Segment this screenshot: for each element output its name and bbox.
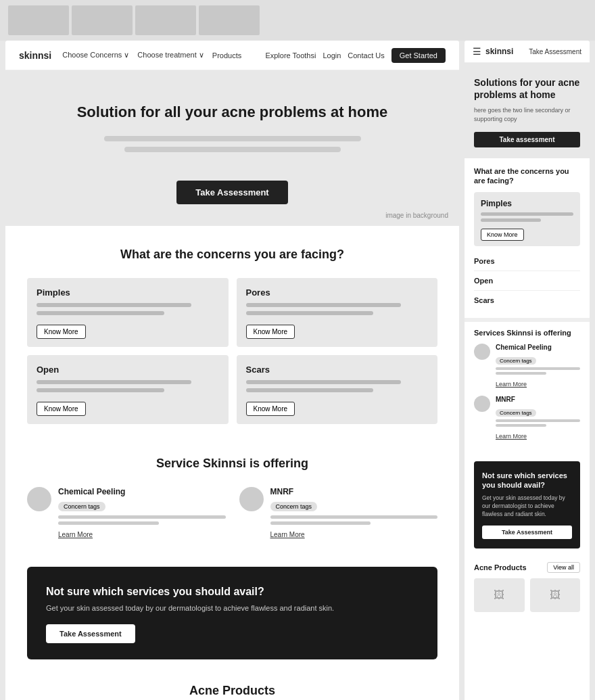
thumbnail-4[interactable] bbox=[199, 5, 260, 35]
concerns-section-title: What are the concerns you are facing? bbox=[27, 248, 437, 262]
thumbnail-1[interactable] bbox=[8, 5, 69, 35]
service-line-3 bbox=[270, 515, 438, 519]
thumbnail-3[interactable] bbox=[135, 5, 196, 35]
concern-line-7 bbox=[246, 380, 401, 384]
service-header-chemical: Chemical Peeling Concern tags Learn More bbox=[27, 487, 226, 540]
navbar-contact[interactable]: Contact Us bbox=[348, 51, 384, 60]
learn-more-chemical[interactable]: Learn More bbox=[58, 531, 93, 538]
concern-card-open: Open Know More bbox=[27, 355, 229, 424]
product-image-icon-1: 🖼 bbox=[494, 589, 504, 601]
hamburger-icon[interactable]: ☰ bbox=[473, 46, 481, 57]
hero-cta-button[interactable]: Take Assessment bbox=[176, 181, 287, 204]
navbar-right: Explore Toothsi Login Contact Us Get Sta… bbox=[265, 48, 446, 63]
mobile-product-grid: 🖼 🖼 bbox=[474, 578, 580, 612]
know-more-pimples[interactable]: Know More bbox=[37, 325, 86, 339]
navbar-item-products[interactable]: Products bbox=[212, 51, 241, 60]
service-avatar-mnrf bbox=[239, 487, 264, 511]
desktop-panel: skinnsi Choose Concerns ∨ Choose treatme… bbox=[5, 41, 459, 700]
navbar: skinnsi Choose Concerns ∨ Choose treatme… bbox=[5, 41, 459, 70]
mobile-concern-open[interactable]: Open bbox=[474, 271, 580, 291]
know-more-pores[interactable]: Know More bbox=[246, 325, 295, 339]
service-line-4 bbox=[270, 521, 371, 525]
concerns-grid: Pimples Know More Pores Know More Open K… bbox=[27, 278, 437, 424]
concern-line-6 bbox=[37, 388, 164, 392]
navbar-item-treatment[interactable]: Choose treatment ∨ bbox=[137, 51, 204, 60]
navbar-toothsi[interactable]: Explore Toothsi bbox=[265, 51, 316, 60]
services-grid: Chemical Peeling Concern tags Learn More bbox=[27, 487, 437, 540]
mobile-cta-button[interactable]: Take Assessment bbox=[482, 526, 572, 539]
mobile-hero-cta[interactable]: Take assessment bbox=[474, 132, 580, 147]
mobile-products-section: Acne Products View all 🖼 🖼 bbox=[465, 555, 590, 617]
mobile-service-info-chemical: Chemical Peeling Concern tags Learn More bbox=[496, 344, 580, 389]
mobile-nav-link[interactable]: Take Assessment bbox=[529, 48, 581, 55]
mobile-service-line-2 bbox=[496, 372, 546, 375]
concern-line-2 bbox=[37, 311, 164, 315]
mobile-hero: Solutions for your acne problems at home… bbox=[465, 63, 590, 158]
mobile-learn-chemical[interactable]: Learn More bbox=[496, 381, 527, 388]
service-item-chemical: Chemical Peeling Concern tags Learn More bbox=[27, 487, 226, 540]
service-item-mnrf: MNRF Concern tags Learn More bbox=[239, 487, 438, 540]
mobile-service-name-chemical: Chemical Peeling bbox=[496, 344, 580, 351]
mobile-service-tag-mnrf: Concern tags bbox=[496, 409, 536, 417]
learn-more-mnrf[interactable]: Learn More bbox=[270, 531, 305, 538]
mobile-avatar-mnrf bbox=[474, 396, 490, 412]
concerns-section: What are the concerns you are facing? Pi… bbox=[5, 226, 459, 440]
mobile-cta-title: Not sure which services you should avail… bbox=[482, 471, 572, 490]
navbar-login[interactable]: Login bbox=[323, 51, 341, 60]
mobile-logo: skinnsi bbox=[485, 47, 513, 56]
mobile-service-mnrf: MNRF Concern tags Learn More bbox=[474, 396, 580, 441]
mobile-hero-title: Solutions for your acne problems at home bbox=[474, 76, 580, 101]
concern-line-5 bbox=[37, 380, 191, 384]
mobile-learn-mnrf[interactable]: Learn More bbox=[496, 433, 527, 440]
service-name-chemical: Chemical Peeling bbox=[58, 487, 226, 496]
top-thumbnails bbox=[0, 0, 595, 41]
mobile-services-section: Services Skinnsi is offering Chemical Pe… bbox=[465, 318, 590, 454]
view-all-button[interactable]: View all bbox=[547, 562, 580, 573]
service-info-chemical: Chemical Peeling Concern tags Learn More bbox=[58, 487, 226, 540]
mobile-service-line-4 bbox=[496, 424, 546, 427]
concern-card-scars: Scars Know More bbox=[237, 355, 438, 424]
navbar-item-concerns[interactable]: Choose Concerns ∨ bbox=[62, 51, 129, 60]
mobile-concern-pores[interactable]: Pores bbox=[474, 252, 580, 271]
know-more-open[interactable]: Know More bbox=[37, 402, 86, 416]
service-tag-chemical: Concern tags bbox=[58, 502, 105, 511]
concern-line-8 bbox=[246, 388, 374, 392]
mobile-products-header: Acne Products View all bbox=[474, 562, 580, 573]
mobile-service-name-mnrf: MNRF bbox=[496, 396, 580, 403]
mobile-service-chemical: Chemical Peeling Concern tags Learn More bbox=[474, 344, 580, 389]
service-avatar-chemical bbox=[27, 487, 51, 511]
mobile-concerns-section: What are the concerns you are facing? Pi… bbox=[465, 158, 590, 319]
panels-container: skinnsi Choose Concerns ∨ Choose treatme… bbox=[0, 41, 595, 700]
navbar-nav: Choose Concerns ∨ Choose treatment ∨ Pro… bbox=[62, 51, 254, 60]
mobile-product-card-2[interactable]: 🖼 bbox=[530, 578, 581, 612]
concern-title-scars: Scars bbox=[246, 365, 429, 375]
mobile-service-line-1 bbox=[496, 367, 580, 370]
service-tag-mnrf: Concern tags bbox=[270, 502, 318, 511]
product-image-icon-2: 🖼 bbox=[550, 589, 561, 601]
mobile-service-tag-chemical: Concern tags bbox=[496, 357, 536, 365]
mobile-pimples-line1 bbox=[481, 212, 573, 216]
mobile-avatar-chemical bbox=[474, 344, 490, 360]
concern-card-pores: Pores Know More bbox=[237, 278, 438, 347]
concern-title-pimples: Pimples bbox=[37, 287, 219, 298]
get-started-button[interactable]: Get Started bbox=[391, 48, 446, 63]
mobile-products-title: Acne Products bbox=[474, 563, 527, 571]
mobile-product-card-1[interactable]: 🖼 bbox=[474, 578, 525, 612]
concern-title-pores: Pores bbox=[246, 287, 429, 298]
mobile-services-title: Services Skinnsi is offering bbox=[474, 329, 580, 337]
know-more-scars[interactable]: Know More bbox=[246, 402, 295, 416]
cta-button[interactable]: Take Assessment bbox=[46, 624, 135, 643]
thumbnail-2[interactable] bbox=[72, 5, 133, 35]
concern-line-1 bbox=[37, 303, 191, 307]
concern-card-pimples: Pimples Know More bbox=[27, 278, 229, 347]
mobile-know-more-pimples[interactable]: Know More bbox=[481, 229, 524, 241]
service-name-mnrf: MNRF bbox=[270, 487, 438, 496]
mobile-panel: ☰ skinnsi Take Assessment Solutions for … bbox=[465, 41, 590, 700]
hero-placeholder-line2 bbox=[124, 147, 341, 152]
services-section-title: Service Skinnsi is offering bbox=[27, 457, 437, 471]
hero-title: Solution for all your acne problems at h… bbox=[46, 103, 419, 122]
service-lines-mnrf bbox=[270, 515, 438, 525]
products-section: Acne Products bbox=[5, 670, 459, 700]
navbar-logo: skinnsi bbox=[19, 50, 51, 61]
mobile-concern-scars[interactable]: Scars bbox=[474, 291, 580, 310]
